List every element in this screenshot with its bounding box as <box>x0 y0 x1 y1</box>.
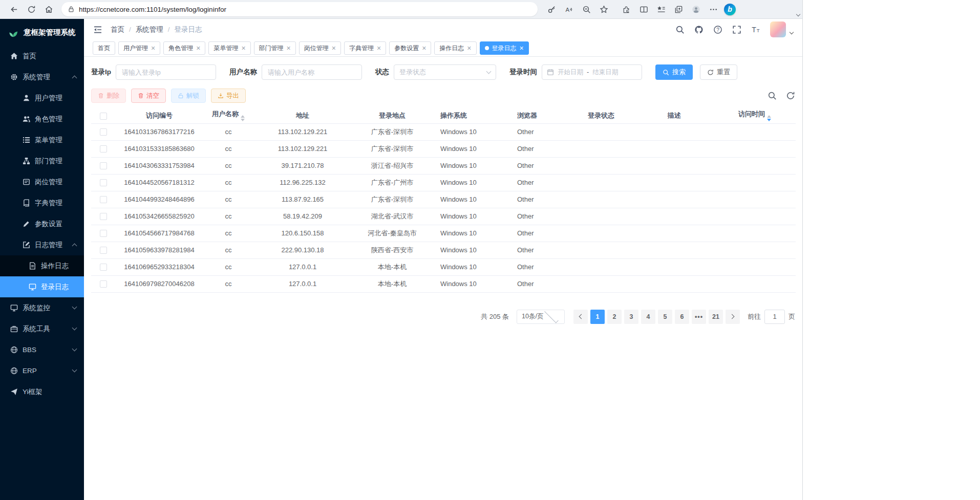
select-all-checkbox[interactable] <box>100 113 107 120</box>
sidebar-item-post-mgmt[interactable]: 岗位管理 <box>0 171 84 192</box>
collections-icon[interactable] <box>670 2 687 16</box>
tab-user-mgmt[interactable]: 用户管理 <box>118 41 160 55</box>
close-icon[interactable] <box>151 45 155 52</box>
sidebar-item-erp[interactable]: ERP <box>0 360 84 381</box>
table-refresh-icon[interactable] <box>786 91 795 100</box>
tab-dept-mgmt[interactable]: 部门管理 <box>254 41 296 55</box>
user-avatar[interactable] <box>770 21 786 37</box>
help-icon[interactable] <box>713 25 722 34</box>
sidebar-item-bbs[interactable]: BBS <box>0 339 84 360</box>
tab-home[interactable]: 首页 <box>93 41 115 55</box>
search-button[interactable]: 搜索 <box>655 64 693 80</box>
col-time[interactable]: 访问时间 <box>714 108 796 123</box>
prev-page-button[interactable] <box>573 310 588 324</box>
sidebar-item-op-log[interactable]: 操作日志 <box>0 255 84 276</box>
col-username[interactable]: 用户名称 <box>203 108 254 123</box>
sidebar-item-sys-tools[interactable]: 系统工具 <box>0 318 84 339</box>
page-button-1[interactable]: 1 <box>590 310 605 324</box>
export-button[interactable]: 导出 <box>211 89 246 103</box>
page-button-5[interactable]: 5 <box>658 310 672 324</box>
page-button-2[interactable]: 2 <box>607 310 622 324</box>
header-search-icon[interactable] <box>675 25 685 34</box>
page-size-select[interactable]: 10条/页 <box>517 310 565 324</box>
sort-caret-icon[interactable] <box>241 115 245 121</box>
sidebar-item-login-log[interactable]: 登录日志 <box>0 276 84 297</box>
address-bar[interactable]: https://ccnetcore.com:1101/system/log/lo… <box>61 2 538 16</box>
table-search-toggle-icon[interactable] <box>768 91 777 100</box>
row-checkbox[interactable] <box>100 280 107 288</box>
browser-home-button[interactable] <box>40 2 57 16</box>
sidebar-item-user-mgmt[interactable]: 用户管理 <box>0 88 84 108</box>
unlock-button[interactable]: 解锁 <box>171 89 206 103</box>
sidebar-item-system-mgmt[interactable]: 系统管理 <box>0 67 84 88</box>
row-checkbox[interactable] <box>100 179 107 186</box>
sidebar-item-dict-mgmt[interactable]: 字典管理 <box>0 192 84 213</box>
extensions-icon[interactable] <box>617 2 635 16</box>
next-page-button[interactable] <box>726 310 740 324</box>
app-logo[interactable]: 意框架管理系统 <box>0 19 84 46</box>
ip-input[interactable] <box>116 64 216 80</box>
status-select[interactable]: 登录状态 <box>394 64 496 80</box>
font-size-icon[interactable] <box>751 25 760 34</box>
clear-button[interactable]: 清空 <box>131 89 166 103</box>
row-checkbox[interactable] <box>100 196 107 203</box>
close-icon[interactable] <box>467 45 471 52</box>
page-button-6[interactable]: 6 <box>675 310 689 324</box>
close-icon[interactable] <box>332 45 336 52</box>
browser-refresh-button[interactable] <box>23 2 40 16</box>
sort-caret-icon[interactable] <box>767 115 771 121</box>
page-button-3[interactable]: 3 <box>624 310 638 324</box>
browser-profile-avatar[interactable] <box>687 2 705 16</box>
split-screen-icon[interactable] <box>635 2 652 16</box>
browser-menu-icon[interactable] <box>705 2 722 16</box>
pager-ellipsis[interactable]: ••• <box>692 310 706 324</box>
row-checkbox[interactable] <box>100 145 107 153</box>
breadcrumb-system[interactable]: 系统管理 <box>136 25 163 34</box>
sidebar-item-home[interactable]: 首页 <box>0 46 84 67</box>
tab-login-log[interactable]: 登录日志 <box>480 41 529 55</box>
bing-chat-button[interactable]: b <box>724 4 736 15</box>
close-icon[interactable] <box>287 45 291 52</box>
row-checkbox[interactable] <box>100 128 107 136</box>
close-icon[interactable] <box>241 45 245 52</box>
tab-menu-mgmt[interactable]: 菜单管理 <box>208 41 250 55</box>
menu-collapse-icon[interactable] <box>93 25 102 34</box>
row-checkbox[interactable] <box>100 247 107 254</box>
close-icon[interactable] <box>422 45 426 52</box>
tab-role-mgmt[interactable]: 角色管理 <box>163 41 205 55</box>
zoom-icon[interactable] <box>578 2 595 16</box>
close-icon[interactable] <box>196 45 200 52</box>
row-checkbox[interactable] <box>100 230 107 237</box>
sidebar-item-yi-framework[interactable]: Yi框架 <box>0 381 84 402</box>
sidebar-item-role-mgmt[interactable]: 角色管理 <box>0 108 84 129</box>
delete-button[interactable]: 删除 <box>91 89 126 103</box>
password-key-icon[interactable] <box>543 2 560 16</box>
breadcrumb-home[interactable]: 首页 <box>111 25 124 34</box>
tab-post-mgmt[interactable]: 岗位管理 <box>299 41 341 55</box>
sidebar-item-sys-monitor[interactable]: 系统监控 <box>0 297 84 318</box>
goto-input[interactable] <box>764 310 785 324</box>
browser-back-button[interactable] <box>5 2 23 16</box>
username-input[interactable] <box>262 64 362 80</box>
row-checkbox[interactable] <box>100 162 107 169</box>
close-icon[interactable] <box>520 45 524 52</box>
sidebar-item-param-settings[interactable]: 参数设置 <box>0 213 84 234</box>
read-aloud-icon[interactable] <box>560 2 578 16</box>
tab-op-log[interactable]: 操作日志 <box>434 41 476 55</box>
sidebar-item-log-mgmt[interactable]: 日志管理 <box>0 234 84 255</box>
sidebar-item-dept-mgmt[interactable]: 部门管理 <box>0 150 84 171</box>
row-checkbox[interactable] <box>100 213 107 220</box>
page-button-4[interactable]: 4 <box>641 310 655 324</box>
bing-caret-icon[interactable] <box>796 12 800 16</box>
date-range-picker[interactable]: 开始日期 - 结束日期 <box>542 64 642 80</box>
close-icon[interactable] <box>377 45 381 52</box>
fullscreen-icon[interactable] <box>732 25 741 34</box>
favorites-bar-icon[interactable] <box>652 2 670 16</box>
reset-button[interactable]: 重置 <box>700 64 737 80</box>
row-checkbox[interactable] <box>100 264 107 271</box>
favorites-icon[interactable] <box>595 2 612 16</box>
tab-dict-mgmt[interactable]: 字典管理 <box>344 41 386 55</box>
github-icon[interactable] <box>694 25 704 34</box>
tab-param-settings[interactable]: 参数设置 <box>389 41 431 55</box>
sidebar-item-menu-mgmt[interactable]: 菜单管理 <box>0 129 84 150</box>
